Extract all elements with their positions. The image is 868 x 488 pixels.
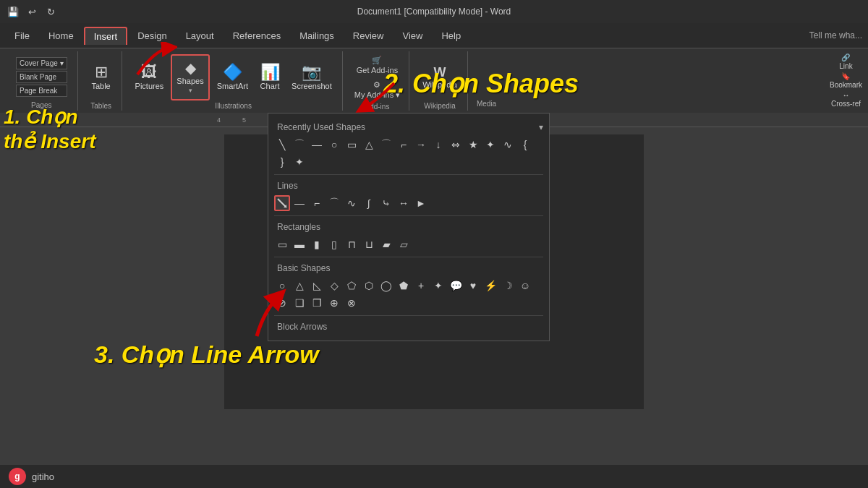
wikipedia-items: W Wikipedia [418, 54, 461, 100]
shape-double-arrow2[interactable]: ↔ [396, 195, 412, 211]
shape-snip-rect[interactable]: ▮ [309, 236, 325, 252]
shape-bang[interactable]: ✦ [482, 137, 498, 153]
smartart-button[interactable]: 🔷 SmartArt [213, 54, 252, 100]
shape-arc2[interactable]: ⌒ [326, 195, 342, 211]
shape-cylinder[interactable]: ⊕ [326, 295, 342, 311]
cover-page-btn[interactable]: Cover Page ▾ [16, 57, 67, 69]
shape-isoc-tri[interactable]: △ [292, 278, 307, 294]
cover-page-button[interactable]: Cover Page ▾ Blank Page Page Break [12, 54, 72, 100]
table-button[interactable]: ⊞ Table [87, 54, 116, 100]
shape-arc[interactable]: ⌒ [378, 137, 394, 153]
dropdown-close[interactable]: ▾ [539, 122, 543, 132]
shape-callout[interactable]: 💬 [448, 278, 464, 294]
gitiho-text: gitiho [32, 471, 54, 482]
basic-shapes: ○ △ ◺ ◇ ⬠ ⬡ ◯ ⬟ + ✦ 💬 ♥ ⚡ ☽ ☺ ⊘ ❑ ❒ ⊕ ⊗ [274, 276, 543, 312]
shape-pentagon[interactable]: ⬠ [344, 278, 359, 294]
shape-rect-5[interactable]: ▰ [378, 236, 394, 252]
rectangles-title: Rectangles [274, 219, 543, 235]
shape-line-arrow[interactable] [274, 195, 290, 211]
tab-view[interactable]: View [393, 27, 431, 44]
tab-file[interactable]: File [6, 27, 38, 44]
ribbon-group-media: Media [471, 51, 502, 111]
wikipedia-button[interactable]: W Wikipedia [418, 54, 461, 100]
shape-bracket[interactable]: { [517, 137, 533, 153]
tab-help[interactable]: Help [433, 27, 469, 44]
shape-snip2-rect[interactable]: ▯ [326, 236, 342, 252]
shape-wave[interactable]: ∿ [500, 137, 516, 153]
tab-review[interactable]: Review [344, 27, 393, 44]
shape-folded[interactable]: ❑ [292, 295, 307, 311]
screenshot-button[interactable]: 📷 Screenshot [287, 54, 336, 100]
shape-rect-6[interactable]: ▱ [396, 236, 412, 252]
shape-dbl-arrow[interactable]: ⇔ [448, 137, 464, 153]
shape-scribble[interactable]: ∿ [344, 195, 359, 211]
shape-hept[interactable]: ◯ [378, 278, 394, 294]
get-addins-button[interactable]: 🛒 Get Add-ins [352, 54, 403, 76]
tab-home[interactable]: Home [40, 27, 82, 44]
shape-angle[interactable]: ⌐ [396, 137, 412, 153]
shape-heart[interactable]: ♥ [465, 278, 481, 294]
shape-star4[interactable]: ✦ [430, 278, 446, 294]
shape-lightning[interactable]: ⚡ [482, 278, 498, 294]
pages-items: Cover Page ▾ Blank Page Page Break [12, 54, 72, 100]
tab-design[interactable]: Design [129, 27, 175, 44]
pictures-button[interactable]: 🖼 Pictures [131, 54, 169, 100]
shape-arrow-open[interactable]: ► [413, 195, 429, 211]
ribbon-tabs: File Home Insert Design Layout Reference… [0, 23, 868, 48]
shape-cube[interactable]: ⊗ [344, 295, 359, 311]
illustrations-label: Illustrations [215, 102, 252, 110]
crossref-icon: ↔ [842, 91, 849, 99]
ribbon-right: 🔗 Link 🔖 Bookmark ↔ Cross-ref [830, 53, 862, 108]
wikipedia-label-group: Wikipedia [424, 102, 455, 110]
blank-page-btn[interactable]: Blank Page [16, 71, 67, 83]
shape-plus[interactable]: + [413, 278, 429, 294]
redo-icon[interactable]: ↻ [43, 4, 58, 19]
shape-no[interactable]: ⊘ [274, 295, 290, 311]
tell-me-input[interactable]: Tell me wha... [809, 30, 862, 40]
shape-round-rect[interactable]: ▬ [292, 236, 307, 252]
ribbon-group-addins: 🛒 Get Add-ins ⚙ My Add-ins ▾ Add-ins [346, 51, 409, 111]
shape-line-diag[interactable]: ╲ [274, 137, 290, 153]
shape-rect-3[interactable]: ⊓ [344, 236, 359, 252]
shape-rect-4[interactable]: ⊔ [361, 236, 377, 252]
shape-oct[interactable]: ⬟ [396, 278, 412, 294]
shape-hex[interactable]: ⬡ [361, 278, 377, 294]
page-break-btn[interactable]: Page Break [16, 85, 67, 97]
shape-diamond[interactable]: ◇ [326, 278, 342, 294]
tab-insert[interactable]: Insert [84, 27, 128, 45]
shape-freeform[interactable]: ∫ [361, 195, 377, 211]
media-label: Media [477, 100, 496, 108]
shape-curve[interactable]: ⌒ [292, 137, 307, 153]
shape-elbow[interactable]: ⌐ [309, 195, 325, 211]
crossref-button[interactable]: ↔ Cross-ref [830, 91, 862, 108]
shape-dash[interactable]: — [309, 137, 325, 153]
shape-doc[interactable]: ❒ [309, 295, 325, 311]
shape-bracket2[interactable]: } [274, 154, 290, 170]
shape-smiley[interactable]: ☺ [517, 278, 533, 294]
shape-arrow-d[interactable]: ↓ [430, 137, 446, 153]
tab-mailings[interactable]: Mailings [291, 27, 343, 44]
shape-moon[interactable]: ☽ [500, 278, 516, 294]
shapes-dropdown: Recently Used Shapes ▾ ╲ ⌒ — ○ ▭ △ ⌒ ⌐ →… [268, 113, 550, 341]
bookmark-button[interactable]: 🔖 Bookmark [830, 72, 862, 89]
undo-icon[interactable]: ↩ [25, 4, 39, 19]
shape-rectangle[interactable]: ▭ [274, 236, 290, 252]
shape-star5[interactable]: ✦ [292, 154, 307, 170]
tab-layout[interactable]: Layout [177, 27, 223, 44]
shapes-button[interactable]: ◆ Shapes ▾ [171, 54, 209, 100]
shape-oval[interactable]: ○ [274, 278, 290, 294]
shape-circle[interactable]: ○ [326, 137, 342, 153]
shape-connector[interactable]: ⤷ [378, 195, 394, 211]
shape-line[interactable]: — [292, 195, 307, 211]
shape-tri[interactable]: △ [361, 137, 377, 153]
my-addins-button[interactable]: ⚙ My Add-ins ▾ [352, 79, 403, 101]
shape-arrow-r[interactable]: → [413, 137, 429, 153]
tab-references[interactable]: References [224, 27, 289, 44]
my-addins-label: My Add-ins ▾ [354, 90, 400, 100]
shape-right-tri[interactable]: ◺ [309, 278, 325, 294]
save-icon[interactable]: 💾 [6, 4, 20, 19]
link-button[interactable]: 🔗 Link [830, 53, 862, 70]
shape-star[interactable]: ★ [465, 137, 481, 153]
shape-rect[interactable]: ▭ [344, 137, 359, 153]
chart-button[interactable]: 📊 Chart [255, 54, 284, 100]
